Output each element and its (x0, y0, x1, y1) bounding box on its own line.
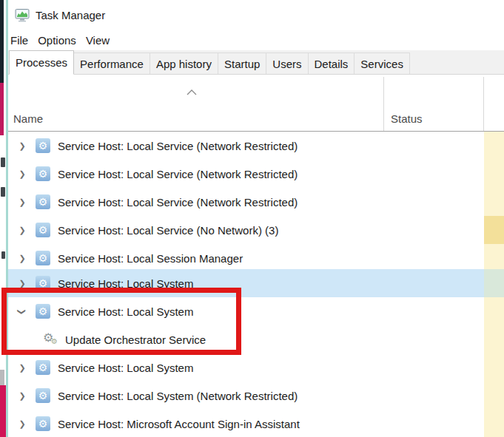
background-window-fragment (0, 83, 4, 135)
process-row[interactable]: Service Host: Local Service (No Network)… (8, 216, 484, 244)
column-divider[interactable] (383, 77, 384, 132)
service-gear-icon (36, 223, 50, 237)
cpu-heat-cell (484, 216, 504, 244)
expander-icon[interactable] (15, 216, 30, 244)
column-header-name[interactable]: Name (13, 112, 43, 125)
cpu-heat-cell-selected (484, 269, 504, 297)
process-name: Service Host: Local System (Network Rest… (58, 382, 298, 410)
service-gear-icon (36, 388, 50, 403)
tab-startup[interactable]: Startup (218, 52, 266, 74)
service-gear-icon (36, 304, 50, 319)
tab-processes[interactable]: Processes (9, 50, 74, 75)
process-name: Service Host: Local Service (Network Res… (58, 188, 298, 216)
expander-icon[interactable] (15, 244, 30, 272)
process-row[interactable]: Service Host: Local Service (Network Res… (8, 160, 484, 188)
expander-icon[interactable] (15, 188, 30, 216)
background-window-fragment (0, 0, 4, 83)
background-text-fragment (1, 157, 5, 167)
service-gear-icon (36, 138, 50, 153)
service-gear-icon (36, 276, 50, 291)
process-row[interactable]: Update Orchestrator Service (8, 325, 484, 353)
service-gear-icon (36, 416, 50, 431)
process-row[interactable]: Service Host: Local System (8, 353, 484, 382)
menu-options[interactable]: Options (38, 34, 76, 47)
process-row[interactable]: Service Host: Local Session Manager (8, 244, 484, 272)
expander-icon[interactable] (15, 382, 30, 410)
process-name: Service Host: Local System (58, 353, 193, 382)
expander-icon[interactable] (15, 160, 30, 188)
process-name: Service Host: Local System (58, 297, 193, 325)
expander-icon[interactable] (15, 269, 30, 297)
process-name: Service Host: Microsoft Account Sign-in … (58, 410, 300, 437)
process-row[interactable]: Service Host: Local System (8, 269, 484, 297)
process-name: Service Host: Local Service (Network Res… (58, 160, 298, 188)
title-bar[interactable]: Task Manager (8, 0, 504, 30)
tab-performance[interactable]: Performance (73, 52, 150, 74)
column-header-status[interactable]: Status (391, 112, 423, 125)
menu-view[interactable]: View (86, 34, 110, 47)
screenshot-root: Task Manager File Options View Processes… (0, 0, 504, 437)
process-row[interactable]: Service Host: Local System (Network Rest… (8, 382, 484, 410)
background-text-fragment (1, 187, 5, 197)
process-name: Service Host: Local Service (No Network)… (58, 216, 278, 244)
process-name: Update Orchestrator Service (65, 325, 206, 353)
task-manager-window: Task Manager File Options View Processes… (8, 0, 504, 437)
expander-icon[interactable] (15, 410, 30, 437)
tab-details[interactable]: Details (308, 52, 355, 74)
service-gear-icon (36, 166, 50, 181)
expander-icon[interactable] (15, 132, 30, 160)
tab-app-history[interactable]: App history (149, 52, 218, 74)
task-manager-icon (15, 7, 30, 22)
expander-icon[interactable] (15, 297, 30, 325)
process-name: Service Host: Local System (58, 269, 193, 297)
sort-ascending-icon (186, 89, 198, 96)
update-orchestrator-icon (43, 331, 61, 348)
process-name: Service Host: Local Service (Network Res… (58, 132, 298, 160)
background-window-fragment (0, 370, 4, 385)
expander-icon[interactable] (15, 353, 30, 382)
menu-bar: File Options View (8, 30, 504, 50)
tab-strip: Processes Performance App history Startu… (8, 50, 504, 75)
process-row[interactable]: Service Host: Local Service (Network Res… (8, 132, 484, 160)
process-row[interactable]: Service Host: Local Service (Network Res… (8, 188, 484, 216)
service-gear-icon (36, 360, 50, 375)
process-name: Service Host: Local Session Manager (58, 244, 243, 272)
background-text-fragment (1, 251, 5, 259)
process-row[interactable]: Service Host: Local System (8, 297, 484, 325)
tab-services[interactable]: Services (354, 52, 410, 74)
background-window-fragment (0, 385, 6, 437)
tab-users[interactable]: Users (266, 52, 308, 74)
service-gear-icon (36, 194, 50, 209)
window-title: Task Manager (36, 9, 105, 21)
menu-file[interactable]: File (10, 34, 28, 47)
process-row[interactable]: Service Host: Microsoft Account Sign-in … (8, 410, 484, 437)
service-gear-icon (36, 251, 50, 265)
column-divider[interactable] (483, 77, 484, 132)
